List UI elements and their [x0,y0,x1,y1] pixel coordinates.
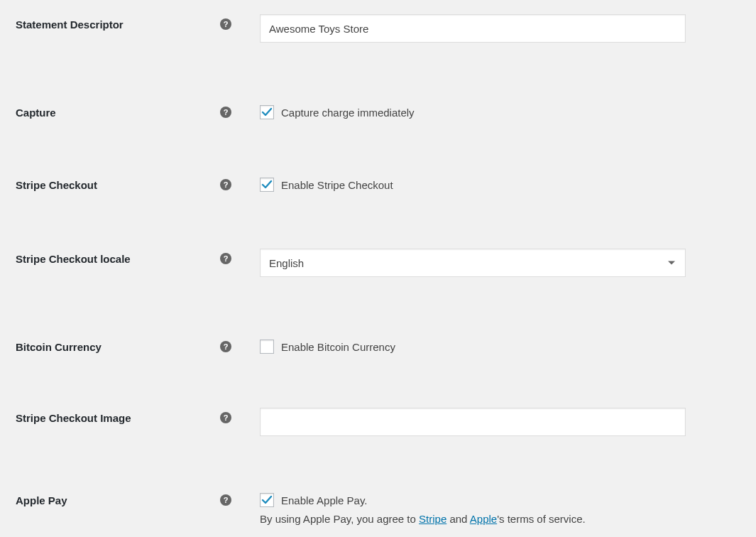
stripe-checkout-locale-value: English [269,257,304,269]
label-stripe-checkout: Stripe Checkout [0,175,220,191]
row-statement-descriptor: Statement Descriptor ? [0,0,756,61]
label-bitcoin-currency: Bitcoin Currency [0,337,220,353]
row-apple-pay: Apple Pay ? Enable Apple Pay. By using A… [0,455,756,537]
settings-form: Statement Descriptor ? Capture ? Capture… [0,0,756,537]
row-bitcoin-currency: Bitcoin Currency ? Enable Bitcoin Curren… [0,295,756,372]
apple-pay-description: By using Apple Pay, you agree to Stripe … [260,511,692,528]
label-stripe-checkout-locale: Stripe Checkout locale [0,249,220,265]
help-icon[interactable]: ? [220,18,231,30]
label-statement-descriptor: Statement Descriptor [0,14,220,31]
capture-checkbox-label: Capture charge immediately [281,107,415,119]
apple-link[interactable]: Apple [470,513,497,525]
stripe-checkout-locale-select[interactable]: English [260,249,686,277]
stripe-checkout-checkbox[interactable] [260,178,274,192]
help-icon[interactable]: ? [220,494,231,506]
help-icon[interactable]: ? [220,179,231,190]
row-stripe-checkout-image: Stripe Checkout Image ? [0,372,756,455]
stripe-link[interactable]: Stripe [419,513,447,525]
statement-descriptor-input[interactable] [260,14,686,43]
capture-checkbox[interactable] [260,105,274,119]
row-stripe-checkout-locale: Stripe Checkout locale ? English [0,210,756,295]
row-capture: Capture ? Capture charge immediately [0,61,756,138]
help-icon[interactable]: ? [220,107,231,118]
help-icon[interactable]: ? [220,341,231,352]
bitcoin-currency-checkbox[interactable] [260,340,274,354]
bitcoin-currency-checkbox-label: Enable Bitcoin Currency [281,341,395,353]
stripe-checkout-image-input[interactable] [260,408,686,436]
help-icon[interactable]: ? [220,253,231,264]
apple-pay-checkbox[interactable] [260,493,274,507]
label-capture: Capture [0,102,220,119]
row-stripe-checkout: Stripe Checkout ? Enable Stripe Checkout [0,138,756,210]
label-stripe-checkout-image: Stripe Checkout Image [0,408,220,424]
stripe-checkout-checkbox-label: Enable Stripe Checkout [281,179,393,191]
apple-pay-checkbox-label: Enable Apple Pay. [281,494,367,506]
help-icon[interactable]: ? [220,412,231,423]
chevron-down-icon [668,261,675,265]
label-apple-pay: Apple Pay [0,490,220,506]
